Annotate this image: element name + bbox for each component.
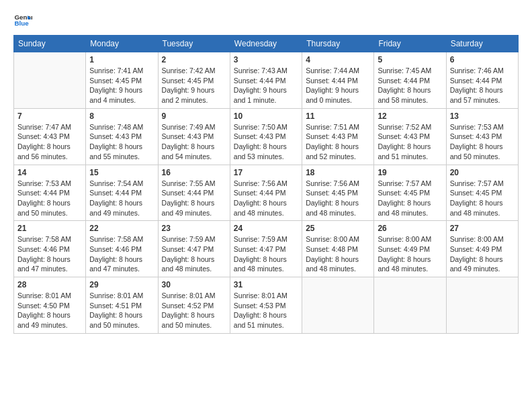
day-info: Sunrise: 7:44 AM Sunset: 4:44 PM Dayligh… [306,66,370,105]
day-number: 29 [89,280,154,289]
day-info: Sunrise: 7:53 AM Sunset: 4:43 PM Dayligh… [450,122,515,162]
day-info: Sunrise: 8:01 AM Sunset: 4:50 PM Dayligh… [17,291,82,330]
day-info: Sunrise: 7:50 AM Sunset: 4:43 PM Dayligh… [234,122,298,162]
day-number: 31 [234,280,298,289]
day-info: Sunrise: 8:00 AM Sunset: 4:48 PM Dayligh… [306,234,370,274]
calendar-cell: 14Sunrise: 7:53 AM Sunset: 4:44 PM Dayli… [14,165,86,221]
day-number: 26 [378,224,442,233]
calendar-cell [14,52,86,109]
calendar-cell: 6Sunrise: 7:46 AM Sunset: 4:44 PM Daylig… [446,52,518,109]
day-info: Sunrise: 7:54 AM Sunset: 4:44 PM Dayligh… [89,179,154,218]
calendar-cell: 7Sunrise: 7:47 AM Sunset: 4:43 PM Daylig… [14,108,86,165]
day-info: Sunrise: 8:01 AM Sunset: 4:53 PM Dayligh… [234,291,298,330]
week-row-5: 28Sunrise: 8:01 AM Sunset: 4:50 PM Dayli… [14,277,519,334]
day-number: 16 [162,168,226,177]
calendar-cell: 22Sunrise: 7:58 AM Sunset: 4:46 PM Dayli… [86,221,158,277]
day-number: 8 [89,111,154,121]
day-info: Sunrise: 7:46 AM Sunset: 4:44 PM Dayligh… [450,66,515,105]
calendar-cell: 31Sunrise: 8:01 AM Sunset: 4:53 PM Dayli… [230,277,302,334]
weekday-header-monday: Monday [86,36,158,52]
calendar-cell: 5Sunrise: 7:45 AM Sunset: 4:44 PM Daylig… [374,52,446,109]
logo: General Blue [13,11,32,30]
day-number: 21 [17,224,82,233]
day-info: Sunrise: 8:01 AM Sunset: 4:52 PM Dayligh… [162,291,226,330]
day-info: Sunrise: 7:53 AM Sunset: 4:44 PM Dayligh… [17,179,82,218]
day-info: Sunrise: 7:56 AM Sunset: 4:45 PM Dayligh… [306,179,370,218]
day-info: Sunrise: 7:47 AM Sunset: 4:43 PM Dayligh… [17,122,82,162]
calendar-cell: 9Sunrise: 7:49 AM Sunset: 4:43 PM Daylig… [158,108,230,165]
calendar-cell: 21Sunrise: 7:58 AM Sunset: 4:46 PM Dayli… [14,221,86,277]
calendar-cell: 3Sunrise: 7:43 AM Sunset: 4:44 PM Daylig… [230,52,302,109]
day-number: 2 [162,55,226,64]
day-number: 1 [89,55,154,64]
day-info: Sunrise: 7:43 AM Sunset: 4:44 PM Dayligh… [234,66,298,105]
day-number: 24 [234,224,298,233]
calendar-page: General Blue SundayMondayTuesdayWednesda… [0,0,532,411]
day-info: Sunrise: 7:41 AM Sunset: 4:45 PM Dayligh… [89,66,154,105]
calendar-cell: 11Sunrise: 7:51 AM Sunset: 4:43 PM Dayli… [302,108,374,165]
day-number: 7 [17,111,82,121]
day-number: 10 [234,111,298,121]
day-number: 25 [306,224,370,233]
calendar-cell: 19Sunrise: 7:57 AM Sunset: 4:45 PM Dayli… [374,165,446,221]
calendar-cell: 25Sunrise: 8:00 AM Sunset: 4:48 PM Dayli… [302,221,374,277]
calendar-cell: 13Sunrise: 7:53 AM Sunset: 4:43 PM Dayli… [446,108,518,165]
weekday-header-thursday: Thursday [302,36,374,52]
week-row-3: 14Sunrise: 7:53 AM Sunset: 4:44 PM Dayli… [14,165,519,221]
day-number: 18 [306,168,370,177]
day-number: 27 [450,224,515,233]
calendar-cell: 18Sunrise: 7:56 AM Sunset: 4:45 PM Dayli… [302,165,374,221]
calendar-cell: 17Sunrise: 7:56 AM Sunset: 4:44 PM Dayli… [230,165,302,221]
day-info: Sunrise: 7:48 AM Sunset: 4:43 PM Dayligh… [89,122,154,162]
calendar-cell [446,277,518,334]
day-info: Sunrise: 7:57 AM Sunset: 4:45 PM Dayligh… [378,179,442,218]
weekday-header-friday: Friday [374,36,446,52]
day-number: 6 [450,55,515,64]
week-row-1: 1Sunrise: 7:41 AM Sunset: 4:45 PM Daylig… [14,52,519,109]
day-info: Sunrise: 7:42 AM Sunset: 4:45 PM Dayligh… [162,66,226,105]
day-number: 15 [89,168,154,177]
weekday-header-sunday: Sunday [14,36,86,52]
day-number: 23 [162,224,226,233]
calendar-cell: 28Sunrise: 8:01 AM Sunset: 4:50 PM Dayli… [14,277,86,334]
calendar-cell: 1Sunrise: 7:41 AM Sunset: 4:45 PM Daylig… [86,52,158,109]
day-info: Sunrise: 7:45 AM Sunset: 4:44 PM Dayligh… [378,66,442,105]
day-number: 28 [17,280,82,289]
calendar-cell: 8Sunrise: 7:48 AM Sunset: 4:43 PM Daylig… [86,108,158,165]
calendar-cell: 23Sunrise: 7:59 AM Sunset: 4:47 PM Dayli… [158,221,230,277]
calendar-cell: 15Sunrise: 7:54 AM Sunset: 4:44 PM Dayli… [86,165,158,221]
week-row-4: 21Sunrise: 7:58 AM Sunset: 4:46 PM Dayli… [14,221,519,277]
calendar-table: SundayMondayTuesdayWednesdayThursdayFrid… [13,35,519,334]
calendar-cell: 30Sunrise: 8:01 AM Sunset: 4:52 PM Dayli… [158,277,230,334]
day-number: 19 [378,168,442,177]
calendar-cell: 24Sunrise: 7:59 AM Sunset: 4:47 PM Dayli… [230,221,302,277]
day-info: Sunrise: 8:00 AM Sunset: 4:49 PM Dayligh… [450,234,515,274]
day-info: Sunrise: 7:49 AM Sunset: 4:43 PM Dayligh… [162,122,226,162]
day-number: 22 [89,224,154,233]
day-info: Sunrise: 7:51 AM Sunset: 4:43 PM Dayligh… [306,122,370,162]
calendar-cell [302,277,374,334]
calendar-cell: 20Sunrise: 7:57 AM Sunset: 4:45 PM Dayli… [446,165,518,221]
day-number: 5 [378,55,442,64]
svg-text:Blue: Blue [14,19,29,27]
calendar-cell: 29Sunrise: 8:01 AM Sunset: 4:51 PM Dayli… [86,277,158,334]
day-number: 13 [450,111,515,121]
weekday-header-tuesday: Tuesday [158,36,230,52]
week-row-2: 7Sunrise: 7:47 AM Sunset: 4:43 PM Daylig… [14,108,519,165]
day-info: Sunrise: 8:00 AM Sunset: 4:49 PM Dayligh… [378,234,442,274]
day-info: Sunrise: 7:56 AM Sunset: 4:44 PM Dayligh… [234,179,298,218]
calendar-cell: 4Sunrise: 7:44 AM Sunset: 4:44 PM Daylig… [302,52,374,109]
day-number: 20 [450,168,515,177]
weekday-header-wednesday: Wednesday [230,36,302,52]
day-number: 12 [378,111,442,121]
day-info: Sunrise: 7:59 AM Sunset: 4:47 PM Dayligh… [162,234,226,274]
day-info: Sunrise: 7:57 AM Sunset: 4:45 PM Dayligh… [450,179,515,218]
weekday-header-row: SundayMondayTuesdayWednesdayThursdayFrid… [14,36,519,52]
day-number: 3 [234,55,298,64]
calendar-cell: 12Sunrise: 7:52 AM Sunset: 4:43 PM Dayli… [374,108,446,165]
header: General Blue [13,11,519,30]
day-number: 4 [306,55,370,64]
day-info: Sunrise: 8:01 AM Sunset: 4:51 PM Dayligh… [89,291,154,330]
day-info: Sunrise: 7:58 AM Sunset: 4:46 PM Dayligh… [89,234,154,274]
day-number: 11 [306,111,370,121]
